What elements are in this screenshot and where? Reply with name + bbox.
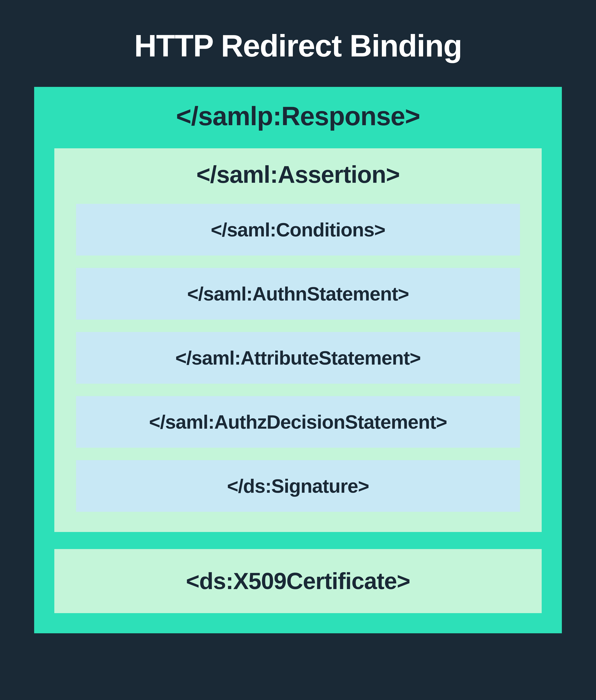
element-label: </saml:Conditions>	[211, 218, 385, 241]
element-authz-decision-statement: </saml:AuthzDecisionStatement>	[76, 396, 520, 448]
element-conditions: </saml:Conditions>	[76, 204, 520, 256]
response-container: </samlp:Response> </saml:Assertion> </sa…	[34, 87, 562, 633]
assertion-label: </saml:Assertion>	[196, 161, 400, 188]
certificate-label: <ds:X509Certificate>	[186, 568, 410, 595]
certificate-container: <ds:X509Certificate>	[54, 549, 542, 613]
element-label: </ds:Signature>	[227, 475, 369, 497]
element-label: </saml:AuthzDecisionStatement>	[149, 411, 447, 433]
element-signature: </ds:Signature>	[76, 460, 520, 512]
assertion-container: </saml:Assertion> </saml:Conditions> </s…	[54, 148, 542, 532]
element-label: </saml:AuthnStatement>	[187, 283, 409, 305]
response-label: </samlp:Response>	[176, 101, 420, 131]
element-label: </saml:AttributeStatement>	[175, 347, 421, 369]
element-attribute-statement: </saml:AttributeStatement>	[76, 332, 520, 384]
element-authn-statement: </saml:AuthnStatement>	[76, 268, 520, 319]
page-title: HTTP Redirect Binding	[134, 28, 462, 63]
